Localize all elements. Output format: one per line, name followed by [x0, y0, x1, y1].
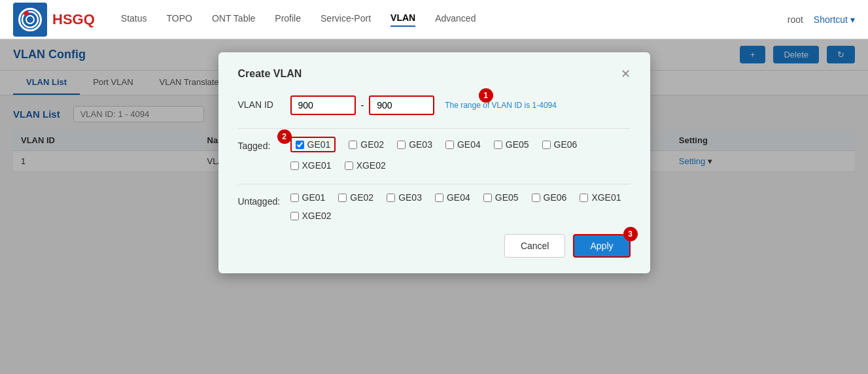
- modal-overlay: Create VLAN ✕ 1 VLAN ID - The range of V…: [0, 39, 868, 374]
- untagged-xge01-checkbox[interactable]: [580, 194, 588, 202]
- nav-profile[interactable]: Profile: [275, 13, 301, 26]
- tagged-ge04-checkbox[interactable]: [445, 141, 454, 149]
- tagged-ge05-checkbox[interactable]: [494, 141, 502, 149]
- modal-header: Create VLAN ✕: [238, 68, 631, 80]
- nav-vlan[interactable]: VLAN: [391, 12, 415, 27]
- form-row-tagged: 2 Tagged: GE01 GE02: [238, 137, 631, 171]
- untagged-ge05-checkbox[interactable]: [483, 194, 492, 202]
- tagged-ge02-checkbox[interactable]: [349, 141, 357, 149]
- nav-ont-table[interactable]: ONT Table: [212, 13, 255, 26]
- untagged-ge01[interactable]: GE01: [290, 192, 326, 203]
- vlan-id-start-input[interactable]: [290, 95, 356, 115]
- untagged-ports-grid: GE01 GE02 GE03 GE04: [290, 192, 631, 221]
- nav-topo[interactable]: TOPO: [167, 13, 192, 26]
- create-vlan-modal: Create VLAN ✕ 1 VLAN ID - The range of V…: [218, 52, 650, 273]
- vlan-id-separator: -: [361, 100, 364, 110]
- nav-shortcut[interactable]: Shortcut ▾: [814, 14, 855, 25]
- svg-point-1: [22, 12, 38, 27]
- nav-status[interactable]: Status: [121, 13, 147, 26]
- untagged-ge06-checkbox[interactable]: [532, 194, 540, 202]
- untagged-label: Untagged:: [238, 192, 290, 207]
- svg-rect-0: [17, 7, 43, 33]
- vlan-id-content: - The range of VLAN ID is 1-4094: [290, 95, 631, 115]
- untagged-xge02[interactable]: XGE02: [290, 211, 332, 221]
- untagged-ge06[interactable]: GE06: [532, 192, 567, 203]
- untagged-ge03[interactable]: GE03: [387, 192, 422, 203]
- form-row-untagged: Untagged: GE01 GE02 GE03: [238, 192, 631, 221]
- tagged-ge04[interactable]: GE04: [445, 137, 481, 152]
- tagged-xge01[interactable]: XGE01: [290, 160, 332, 171]
- chevron-down-icon: ▾: [850, 14, 855, 25]
- page-area: VLAN Config + Delete ↻ VLAN List Port VL…: [0, 39, 868, 374]
- tagged-xge02-checkbox[interactable]: [345, 162, 353, 170]
- form-row-vlan-id: 1 VLAN ID - The range of VLAN ID is 1-40…: [238, 95, 631, 115]
- untagged-ge04[interactable]: GE04: [435, 192, 470, 203]
- nav-root: root: [788, 14, 803, 25]
- untagged-xge01[interactable]: XGE01: [580, 192, 621, 203]
- tagged-ge03-checkbox[interactable]: [397, 141, 406, 149]
- tagged-xge02[interactable]: XGE02: [345, 160, 386, 171]
- tagged-ge01-checkbox[interactable]: [296, 141, 304, 149]
- step-badge-3: 3: [623, 227, 638, 241]
- tagged-ge02[interactable]: GE02: [349, 137, 384, 152]
- vlan-range-hint: The range of VLAN ID is 1-4094: [445, 101, 557, 110]
- logo-icon: [13, 3, 47, 37]
- modal-close-button[interactable]: ✕: [621, 68, 631, 80]
- header: HSGQ Status TOPO ONT Table Profile Servi…: [0, 0, 868, 39]
- step-badge-1: 1: [479, 88, 493, 103]
- tagged-ge06-checkbox[interactable]: [542, 141, 551, 149]
- untagged-ge02[interactable]: GE02: [338, 192, 373, 203]
- logo-text: HSGQ: [52, 11, 95, 28]
- untagged-ge01-checkbox[interactable]: [290, 194, 299, 202]
- tagged-content: GE01 GE02 GE03 GE04: [290, 137, 631, 171]
- modal-title: Create VLAN: [238, 68, 302, 80]
- tagged-ports-grid: GE01 GE02 GE03 GE04: [290, 137, 631, 171]
- svg-point-3: [24, 10, 29, 16]
- nav-service-port[interactable]: Service-Port: [321, 13, 371, 26]
- tagged-ge01[interactable]: GE01: [290, 137, 336, 152]
- tagged-xge01-checkbox[interactable]: [290, 162, 299, 170]
- cancel-button[interactable]: Cancel: [504, 234, 566, 258]
- untagged-content: GE01 GE02 GE03 GE04: [290, 192, 631, 221]
- modal-footer: 3 Cancel Apply: [238, 234, 631, 258]
- apply-button[interactable]: Apply: [573, 234, 630, 258]
- logo-area: HSGQ: [13, 3, 95, 37]
- vlan-id-label: VLAN ID: [238, 95, 290, 110]
- vlan-id-end-input[interactable]: [369, 95, 434, 115]
- tagged-ge06[interactable]: GE06: [542, 137, 578, 152]
- untagged-xge02-checkbox[interactable]: [290, 212, 299, 220]
- tagged-ge05[interactable]: GE05: [494, 137, 529, 152]
- untagged-ge02-checkbox[interactable]: [338, 194, 347, 202]
- untagged-ge05[interactable]: GE05: [483, 192, 519, 203]
- untagged-ge03-checkbox[interactable]: [387, 194, 395, 202]
- tagged-ge03[interactable]: GE03: [397, 137, 432, 152]
- nav-advanced[interactable]: Advanced: [435, 13, 476, 26]
- untagged-ge04-checkbox[interactable]: [435, 194, 443, 202]
- nav-links: Status TOPO ONT Table Profile Service-Po…: [121, 12, 788, 27]
- step-badge-2: 2: [277, 129, 292, 144]
- svg-point-2: [26, 16, 34, 24]
- nav-right: root Shortcut ▾: [788, 14, 855, 25]
- vlan-id-row: - The range of VLAN ID is 1-4094: [290, 95, 631, 115]
